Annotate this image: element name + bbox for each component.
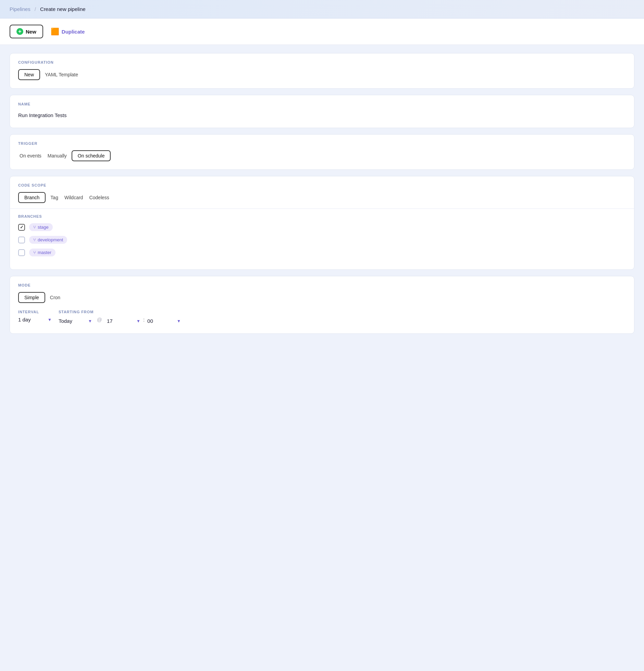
branches-label: BRANCHES	[18, 214, 626, 218]
mode-cron-button[interactable]: Cron	[49, 293, 62, 302]
minute-select-wrapper: 00 ▼	[147, 318, 181, 324]
branch-item-master: ⑂ master	[18, 249, 626, 256]
starting-from-select-wrapper: Today ▼	[59, 318, 92, 324]
trigger-label: TRIGGER	[18, 141, 626, 145]
new-plus-icon: +	[16, 28, 23, 35]
interval-dropdown-arrow[interactable]: ▼	[48, 317, 52, 322]
branch-stage-badge: ⑂ stage	[29, 223, 53, 231]
time-colon: :	[143, 317, 145, 324]
branch-master-name: master	[38, 250, 51, 255]
branch-master-checkbox[interactable]	[18, 249, 25, 256]
mode-options: Simple Cron	[18, 292, 626, 303]
minute-dropdown-arrow[interactable]: ▼	[177, 319, 181, 324]
minute-value: 00	[147, 318, 175, 324]
starting-from-group: STARTING FROM Today ▼ @ 17 ▼ : 00 ▼	[59, 310, 181, 324]
at-sign: @	[97, 317, 102, 324]
name-section: NAME Run Integration Tests	[10, 95, 634, 128]
branch-item-stage: ⑂ stage	[18, 223, 626, 231]
branch-development-name: development	[38, 237, 63, 242]
code-scope-options: Branch Tag Wildcard Codeless	[18, 192, 626, 203]
interval-group: INTERVAL 1 day ▼	[18, 310, 52, 322]
toolbar: + New 🟧 Duplicate	[0, 18, 644, 45]
branch-development-checkbox[interactable]	[18, 237, 25, 243]
scope-tag-button[interactable]: Tag	[49, 193, 60, 202]
branch-item-development: ⑂ development	[18, 236, 626, 244]
top-bar: Pipelines / Create new pipeline	[0, 0, 644, 18]
hour-value: 17	[107, 318, 134, 324]
branch-development-icon: ⑂	[33, 237, 36, 242]
configuration-section: CONFIGURATION New YAML Template	[10, 53, 634, 89]
hour-dropdown-arrow[interactable]: ▼	[136, 319, 140, 324]
breadcrumb-parent[interactable]: Pipelines	[10, 6, 30, 12]
new-button[interactable]: + New	[10, 25, 43, 38]
mode-label: MODE	[18, 283, 626, 287]
configuration-label: CONFIGURATION	[18, 60, 626, 64]
mode-simple-button[interactable]: Simple	[18, 292, 45, 303]
branch-development-badge: ⑂ development	[29, 236, 67, 244]
code-scope-label: CODE SCOPE	[18, 183, 626, 187]
config-new-button[interactable]: New	[18, 69, 40, 80]
starting-from-label: STARTING FROM	[59, 310, 181, 314]
interval-label: INTERVAL	[18, 310, 52, 314]
interval-value: 1 day	[18, 317, 46, 322]
trigger-options: On events Manually On schedule	[18, 150, 626, 161]
branch-master-icon: ⑂	[33, 250, 36, 255]
hour-select-wrapper: 17 ▼	[107, 318, 140, 324]
code-scope-section: CODE SCOPE Branch Tag Wildcard Codeless …	[10, 176, 634, 270]
configuration-options: New YAML Template	[18, 69, 626, 80]
branch-stage-checkbox[interactable]	[18, 224, 25, 231]
duplicate-button-label: Duplicate	[62, 29, 85, 35]
duplicate-icon: 🟧	[51, 27, 59, 36]
scope-wildcard-button[interactable]: Wildcard	[63, 193, 84, 202]
new-button-label: New	[26, 29, 36, 35]
trigger-schedule-button[interactable]: On schedule	[72, 150, 111, 161]
branches-section: BRANCHES ⑂ stage ⑂ development ⑂	[10, 208, 634, 269]
trigger-manually-button[interactable]: Manually	[46, 151, 68, 161]
main-content: CONFIGURATION New YAML Template NAME Run…	[0, 45, 644, 342]
mode-section: MODE Simple Cron INTERVAL 1 day ▼ STARTI…	[10, 276, 634, 334]
name-label: NAME	[18, 102, 626, 106]
breadcrumb-current: Create new pipeline	[40, 6, 86, 12]
interval-select-wrapper: 1 day ▼	[18, 317, 52, 322]
code-scope-top: CODE SCOPE Branch Tag Wildcard Codeless	[10, 176, 634, 208]
config-yaml-button[interactable]: YAML Template	[44, 70, 79, 79]
name-value[interactable]: Run Integration Tests	[18, 111, 626, 119]
branch-master-badge: ⑂ master	[29, 249, 55, 256]
time-group: Today ▼ @ 17 ▼ : 00 ▼	[59, 317, 181, 324]
starting-from-dropdown-arrow[interactable]: ▼	[88, 319, 92, 324]
branch-stage-icon: ⑂	[33, 225, 36, 230]
trigger-section: TRIGGER On events Manually On schedule	[10, 134, 634, 170]
scope-branch-button[interactable]: Branch	[18, 192, 46, 203]
branch-stage-name: stage	[38, 225, 49, 230]
trigger-events-button[interactable]: On events	[18, 151, 43, 161]
duplicate-button[interactable]: 🟧 Duplicate	[49, 25, 86, 38]
scope-codeless-button[interactable]: Codeless	[88, 193, 110, 202]
breadcrumb-separator: /	[35, 6, 36, 12]
interval-row: INTERVAL 1 day ▼ STARTING FROM Today ▼ @…	[18, 310, 626, 324]
starting-from-value: Today	[59, 318, 86, 324]
